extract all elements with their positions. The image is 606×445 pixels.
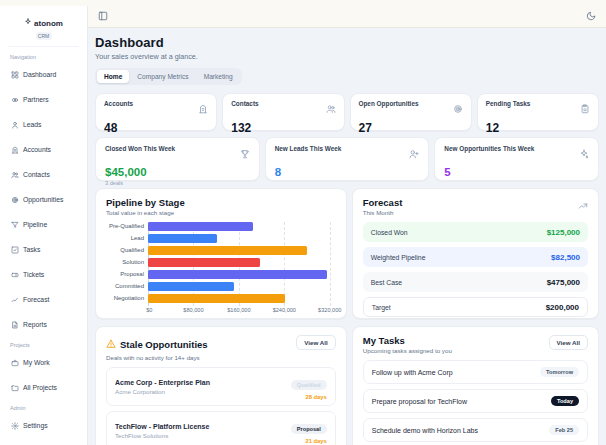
sidebar-item-forecast[interactable]: Forecast [8, 288, 79, 310]
week-card-value: $45,000 [105, 166, 250, 178]
pipeline-chart-card: Pipeline by Stage Total value in each st… [95, 188, 347, 319]
sidebar-item-all-projects[interactable]: All Projects [8, 376, 79, 398]
forecast-row-label: Closed Won [371, 229, 408, 236]
sidebar-item-label: Contacts [23, 171, 50, 178]
sidebar-item-dashboard[interactable]: Dashboard [8, 63, 79, 85]
tab-marketing[interactable]: Marketing [197, 70, 240, 83]
stat-value: 12 [486, 121, 590, 135]
moon-icon [586, 9, 596, 24]
sidebar-item-label: Forecast [23, 296, 49, 303]
opportunities-icon [11, 190, 19, 208]
people-icon [326, 100, 336, 118]
sidebar-item-label: Leads [23, 121, 42, 128]
topbar [88, 6, 606, 28]
sidebar-item-my-work[interactable]: My Work [8, 351, 79, 373]
page-title: Dashboard [95, 35, 599, 50]
chart-gridline [330, 222, 331, 306]
sidebar: atonom CRM NavigationDashboardPartnersLe… [0, 6, 88, 445]
sidebar-item-tickets[interactable]: Tickets [8, 263, 79, 285]
forecast-row-value: $82,500 [551, 253, 580, 262]
stale-days: 21 days [291, 438, 327, 444]
partners-icon [11, 90, 19, 108]
sidebar-item-label: Settings [23, 422, 48, 429]
sidebar-toggle-button[interactable] [98, 9, 108, 24]
charts-row: Pipeline by Stage Total value in each st… [95, 188, 599, 319]
stat-value: 132 [231, 121, 335, 135]
task-due-badge: Feb 25 [549, 425, 579, 435]
stale-days: 28 days [291, 394, 327, 400]
theme-toggle-button[interactable] [586, 9, 596, 24]
task-row[interactable]: Schedule demo with Horizon LabsFeb 25 [363, 418, 588, 442]
tasks-view-all-button[interactable]: View All [549, 335, 588, 350]
pipeline-icon [11, 215, 19, 233]
forecast-icon [11, 290, 19, 308]
forecast-row-label: Target [372, 304, 391, 311]
tab-home[interactable]: Home [97, 70, 129, 83]
stale-view-all-button[interactable]: View All [296, 335, 335, 350]
chart-plot-inner [148, 222, 330, 306]
sidebar-item-reports[interactable]: Reports [8, 313, 79, 335]
stale-items: Acme Corp - Enterprise PlanAcme Corporat… [106, 367, 336, 445]
sidebar-item-label: Tasks [23, 246, 40, 253]
trophy-icon [240, 145, 250, 163]
dashboard-tabs: HomeCompany MetricsMarketing [95, 68, 242, 85]
forecast-row-label: Best Case [371, 279, 402, 286]
chart-bar-proposal [148, 270, 327, 279]
brand: atonom CRM [8, 10, 79, 47]
sidebar-item-label: Opportunities [23, 196, 63, 203]
sidebar-item-opportunities[interactable]: Opportunities [8, 188, 79, 210]
stat-card-pending-tasks: Pending Tasks12 [477, 93, 599, 131]
forecast-row-closed-won: Closed Won$125,000 [363, 222, 588, 242]
dashboard-icon [11, 65, 19, 83]
my-work-icon [11, 353, 19, 371]
stage-badge: Proposal [291, 424, 327, 434]
app-body: atonom CRM NavigationDashboardPartnersLe… [0, 6, 606, 445]
task-row[interactable]: Prepare proposal for TechFlowToday [363, 389, 588, 413]
chart-plot-area: $0$80,000$160,000$240,000$320,000 [148, 222, 336, 316]
task-name: Follow up with Acme Corp [372, 369, 453, 376]
page-subtitle: Your sales overview at a glance. [95, 52, 599, 61]
chart-bar-pre-qualified [148, 222, 253, 231]
forecast-row-label: Weighted Pipeline [371, 254, 426, 261]
sidebar-item-tasks[interactable]: Tasks [8, 238, 79, 260]
sidebar-item-partners[interactable]: Partners [8, 88, 79, 110]
warning-icon [106, 335, 116, 353]
stat-value: 27 [359, 121, 463, 135]
sidebar-section-label: Projects [10, 342, 77, 348]
task-name: Schedule demo with Horizon Labs [372, 427, 478, 434]
sidebar-item-contacts[interactable]: Contacts [8, 163, 79, 185]
opportunity-name: TechFlow - Platform License [115, 423, 209, 430]
task-row[interactable]: Follow up with Acme CorpTomorrow [363, 360, 588, 384]
stat-label: Contacts [231, 100, 258, 107]
sidebar-item-settings[interactable]: Settings [8, 414, 79, 436]
building-icon [198, 100, 208, 118]
stale-opportunity-row[interactable]: Acme Corp - Enterprise PlanAcme Corporat… [106, 367, 336, 406]
forecast-subtitle: This Month [363, 209, 403, 216]
task-due-badge: Today [551, 396, 579, 406]
stats-row: Accounts48Contacts132Open Opportunities2… [95, 93, 599, 131]
sidebar-item-label: Partners [23, 96, 49, 103]
sidebar-section-label: Navigation [10, 54, 77, 60]
forecast-row-best-case: Best Case$475,000 [363, 272, 588, 292]
week-card-new-opportunities-this-week: New Opportunities This Week5 [434, 137, 599, 181]
tab-company-metrics[interactable]: Company Metrics [130, 70, 195, 83]
contacts-icon [11, 165, 19, 183]
leads-icon [11, 115, 19, 133]
chart-x-tick: $240,000 [273, 307, 296, 313]
chart-x-tick: $320,000 [318, 307, 341, 313]
stat-card-contacts: Contacts132 [222, 93, 344, 131]
sidebar-item-leads[interactable]: Leads [8, 113, 79, 135]
opportunity-company: Acme Corporation [115, 388, 210, 395]
sidebar-item-label: All Projects [23, 384, 57, 391]
brand-icon [24, 18, 32, 28]
sidebar-item-pipeline[interactable]: Pipeline [8, 213, 79, 235]
stale-opportunity-row[interactable]: TechFlow - Platform LicenseTechFlow Solu… [106, 411, 336, 445]
week-card-label: Closed Won This Week [105, 145, 175, 152]
stat-label: Pending Tasks [486, 100, 531, 107]
user-plus-icon [409, 145, 419, 163]
chart-category-labels: Pre-QualifiedLeadQualifiedSolutionPropos… [106, 222, 148, 316]
sidebar-item-accounts[interactable]: Accounts [8, 138, 79, 160]
sparkle-icon [579, 145, 589, 163]
stat-card-open-opportunities: Open Opportunities27 [350, 93, 472, 131]
week-card-value: 5 [444, 166, 589, 178]
